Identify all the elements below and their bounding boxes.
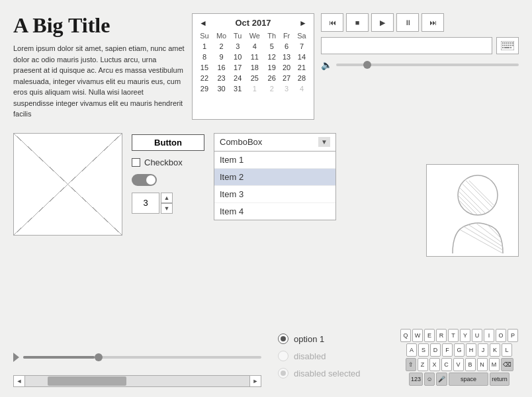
kb-key-g[interactable]: G [454, 343, 465, 357]
calendar-day[interactable]: 19 [264, 62, 279, 73]
calendar-day[interactable]: 8 [197, 52, 212, 62]
scrollbar-left-button[interactable]: ◄ [13, 375, 25, 387]
slider-track[interactable] [23, 356, 261, 359]
media-pause-button[interactable]: ⏸ [396, 13, 419, 32]
kb-key-r[interactable]: R [436, 329, 447, 342]
list-item[interactable]: Item 2 [214, 169, 335, 186]
kb-key-mic[interactable]: 🎤 [436, 373, 447, 386]
spinner-down-button[interactable]: ▼ [161, 203, 173, 214]
kb-key-v[interactable]: V [453, 358, 464, 371]
calendar-day[interactable]: 29 [197, 83, 212, 94]
kb-key-a[interactable]: A [406, 343, 417, 357]
kb-key-k[interactable]: K [490, 343, 500, 357]
calendar-day[interactable]: 26 [264, 73, 279, 83]
kb-key-emoji[interactable]: ☺ [424, 373, 435, 386]
calendar-day[interactable]: 23 [212, 73, 230, 83]
kb-key-u[interactable]: U [472, 329, 482, 342]
kb-key-i[interactable]: I [484, 329, 494, 342]
kb-key-c[interactable]: C [441, 358, 452, 371]
kb-key-e[interactable]: E [424, 329, 435, 342]
radio-option1-label: option 1 [294, 334, 324, 344]
kb-key-p[interactable]: P [508, 329, 518, 342]
radio-disabled-selected-dot [281, 371, 286, 376]
calendar-day[interactable]: 20 [279, 62, 294, 73]
calendar-day[interactable]: 4 [245, 41, 264, 52]
scrollbar-right-button[interactable]: ► [249, 375, 261, 387]
checkbox[interactable] [132, 158, 140, 167]
volume-slider[interactable] [336, 64, 519, 66]
title-area: A Big Title Lorem ipsum dolor sit amet, … [13, 13, 185, 120]
calendar-day[interactable]: 14 [294, 52, 310, 62]
media-rewind-button[interactable]: ⏮ [321, 13, 343, 32]
kb-key-d[interactable]: D [430, 343, 441, 357]
calendar-day[interactable]: 24 [230, 73, 245, 83]
kb-key-f[interactable]: F [442, 343, 453, 357]
calendar-day[interactable]: 15 [197, 62, 212, 73]
kb-key-h[interactable]: H [466, 343, 476, 357]
combobox[interactable]: ComboBox ▼ [214, 133, 336, 152]
kb-key-y[interactable]: Y [460, 329, 470, 342]
kb-key-o[interactable]: O [496, 329, 506, 342]
calendar-day[interactable]: 21 [294, 62, 310, 73]
list-item[interactable]: Item 1 [214, 152, 335, 169]
keyboard-icon-button[interactable] [496, 37, 519, 54]
calendar-day[interactable]: 6 [279, 41, 294, 52]
calendar-day[interactable]: 13 [279, 52, 294, 62]
spinner-input[interactable]: 3 [132, 193, 159, 214]
kb-key-space[interactable]: space [449, 373, 488, 386]
calendar-month: Oct 2017 [235, 18, 271, 28]
kb-key-j[interactable]: J [478, 343, 488, 357]
calendar-day[interactable]: 1 [245, 83, 264, 94]
calendar-day[interactable]: 27 [279, 73, 294, 83]
toggle[interactable] [132, 174, 157, 186]
kb-key-n[interactable]: N [477, 358, 488, 371]
media-fastforward-button[interactable]: ⏭ [421, 13, 444, 32]
kb-key-shift[interactable]: ⇧ [406, 358, 416, 371]
kb-key-q[interactable]: Q [400, 329, 411, 342]
calendar-day[interactable]: 4 [294, 83, 310, 94]
kb-key-backspace[interactable]: ⌫ [501, 358, 513, 371]
calendar-day[interactable]: 3 [230, 41, 245, 52]
kb-key-l[interactable]: L [502, 343, 512, 357]
calendar-day[interactable]: 16 [212, 62, 230, 73]
calendar-day[interactable]: 18 [245, 62, 264, 73]
calendar-prev-button[interactable]: ◄ [197, 19, 210, 28]
calendar-day[interactable]: 25 [245, 73, 264, 83]
kb-key-return[interactable]: return [490, 373, 510, 386]
radio-disabled[interactable] [278, 351, 288, 361]
calendar-day[interactable]: 7 [294, 41, 310, 52]
calendar-day[interactable]: 3 [279, 83, 294, 94]
calendar-day[interactable]: 5 [264, 41, 279, 52]
calendar-day[interactable]: 12 [264, 52, 279, 62]
scrollbar-track[interactable] [25, 375, 249, 387]
kb-key-m[interactable]: M [489, 358, 500, 371]
calendar-day[interactable]: 2 [212, 41, 230, 52]
calendar-day[interactable]: 2 [264, 83, 279, 94]
calendar-day[interactable]: 1 [197, 41, 212, 52]
kb-key-z[interactable]: Z [418, 358, 428, 371]
calendar-day[interactable]: 22 [197, 73, 212, 83]
calendar-day[interactable]: 30 [212, 83, 230, 94]
calendar-day[interactable]: 11 [245, 52, 264, 62]
calendar-day[interactable]: 10 [230, 52, 245, 62]
kb-key-x[interactable]: X [429, 358, 440, 371]
kb-key-w[interactable]: W [412, 329, 423, 342]
text-input[interactable] [321, 37, 492, 54]
calendar-day[interactable]: 28 [294, 73, 310, 83]
kb-key-t[interactable]: T [448, 329, 459, 342]
kb-key-123[interactable]: 123 [409, 373, 423, 386]
radio-disabled-selected[interactable] [278, 368, 288, 378]
radio-option1[interactable] [278, 333, 288, 344]
list-item[interactable]: Item 3 [214, 186, 335, 203]
wireframe-button[interactable]: Button [132, 134, 204, 151]
calendar-day[interactable]: 31 [230, 83, 245, 94]
calendar-day[interactable]: 17 [230, 62, 245, 73]
calendar-day[interactable]: 9 [212, 52, 230, 62]
calendar-next-button[interactable]: ► [296, 19, 310, 28]
kb-key-b[interactable]: B [465, 358, 476, 371]
list-item[interactable]: Item 4 [214, 203, 335, 220]
kb-key-s[interactable]: S [418, 343, 429, 357]
media-stop-button[interactable]: ■ [346, 13, 369, 32]
spinner-up-button[interactable]: ▲ [161, 193, 173, 203]
media-play-button[interactable]: ▶ [371, 13, 394, 32]
